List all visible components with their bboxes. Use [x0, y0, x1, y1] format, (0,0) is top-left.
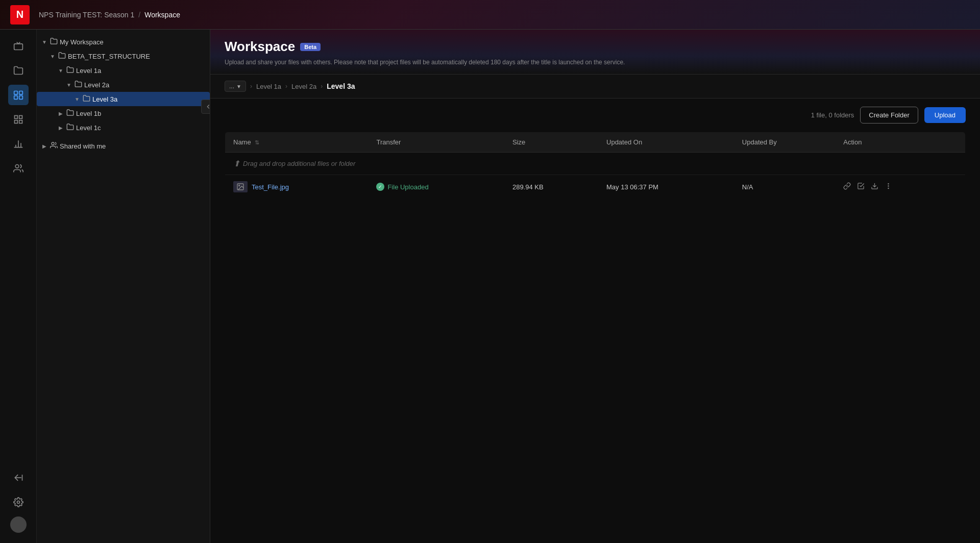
breadcrumb-ellipsis-button[interactable]: ... ▼	[225, 81, 246, 92]
create-folder-button[interactable]: Create Folder	[860, 107, 918, 124]
nav-folder-icon[interactable]	[8, 60, 29, 81]
folder-icon-level1a	[66, 66, 74, 75]
link-action-icon[interactable]	[843, 182, 851, 191]
col-header-transfer: Transfer	[368, 132, 504, 153]
table-row: Test_File.jpg ✓ File Uploaded 289.94 KB	[225, 175, 966, 199]
svg-point-15	[17, 501, 19, 504]
redirect-action-icon[interactable]	[857, 182, 865, 191]
file-thumbnail	[233, 181, 248, 192]
folder-icon-level2a	[75, 80, 82, 89]
bc-arrow-1: ›	[250, 83, 252, 90]
caret-level3a: ▼	[74, 95, 81, 103]
caret-my-workspace: ▼	[41, 38, 48, 45]
settings-icon[interactable]	[8, 492, 29, 512]
beta-badge: Beta	[300, 43, 321, 51]
page-title: Workspace	[225, 39, 295, 55]
svg-point-13	[15, 165, 19, 168]
caret-shared: ▶	[41, 142, 48, 150]
col-header-updated-by: Updated By	[734, 132, 835, 153]
tree-item-level3a[interactable]: ▼ Level 3a	[37, 92, 210, 106]
more-action-icon[interactable]	[885, 182, 892, 191]
tree-item-beta[interactable]: ▼ BETA_TEST_STRUCTURE	[37, 49, 210, 63]
tree-item-level1a[interactable]: ▼ Level 1a	[37, 63, 210, 78]
download-action-icon[interactable]	[871, 182, 878, 191]
upload-button[interactable]: Upload	[924, 107, 966, 123]
updated-by-cell: N/A	[734, 175, 835, 199]
file-count: 1 file, 0 folders	[811, 111, 854, 119]
folder-icon-beta	[58, 52, 66, 61]
nav-tv-icon[interactable]	[8, 36, 29, 56]
folder-icon-level3a	[83, 94, 90, 104]
file-table: Name ⇅ Transfer Size Updated On	[225, 132, 966, 199]
bc-level2a-label: Level 2a	[291, 83, 316, 90]
col-header-name[interactable]: Name ⇅	[225, 132, 369, 153]
drag-drop-cell[interactable]: ⬆ Drag and drop additional files or fold…	[225, 153, 966, 175]
col-size-label: Size	[512, 138, 525, 146]
tree-sidebar: ▼ My Workspace ▼ BETA_TEST_STRUCTURE ▼ L…	[37, 30, 210, 543]
svg-rect-5	[14, 116, 17, 119]
svg-rect-2	[19, 91, 22, 95]
size-cell: 289.94 KB	[504, 175, 598, 199]
breadcrumb-current: Workspace	[144, 11, 180, 19]
svg-rect-8	[19, 120, 22, 124]
caret-level1c: ▶	[57, 124, 64, 131]
toggle-sidebar-button[interactable]	[201, 100, 210, 114]
updated-on-value: May 13 06:37 PM	[606, 183, 658, 191]
bc-level2a[interactable]: Level 2a	[291, 83, 316, 90]
svg-point-17	[52, 142, 54, 145]
bc-level1a[interactable]: Level 1a	[256, 83, 281, 90]
tree-item-level1c[interactable]: ▶ Level 1c	[37, 120, 210, 135]
icon-sidebar	[0, 30, 37, 543]
transfer-cell: ✓ File Uploaded	[368, 175, 504, 199]
nav-grid-icon[interactable]	[8, 109, 29, 130]
col-header-updated-on: Updated On	[598, 132, 734, 153]
ellipsis-label: ...	[229, 83, 234, 90]
sort-icon-name: ⇅	[255, 139, 259, 145]
tree-item-my-workspace[interactable]: ▼ My Workspace	[37, 35, 210, 49]
tree-label-level1b: Level 1b	[76, 110, 101, 117]
bc-arrow-3: ›	[321, 83, 323, 90]
nav-workspace-icon[interactable]	[8, 85, 29, 105]
breadcrumb-separator: /	[138, 11, 140, 19]
action-cell	[835, 175, 965, 199]
svg-point-21	[888, 184, 889, 184]
caret-level1a: ▼	[57, 67, 64, 74]
tree-label-shared: Shared with me	[60, 142, 106, 150]
tree-label-level1a: Level 1a	[76, 67, 101, 75]
file-area: 1 file, 0 folders Create Folder Upload N…	[210, 98, 980, 543]
svg-rect-3	[14, 96, 17, 100]
folder-icon-level1c	[66, 123, 74, 132]
page-subtitle: Upload and share your files with others.…	[225, 59, 966, 66]
avatar-icon[interactable]	[10, 516, 27, 533]
col-name-label: Name	[233, 138, 251, 146]
upload-icon: ⬆	[233, 159, 240, 168]
tree-item-level2a[interactable]: ▼ Level 2a	[37, 78, 210, 92]
action-icons	[843, 182, 957, 191]
tree-item-level1b[interactable]: ▶ Level 1b	[37, 106, 210, 120]
svg-rect-0	[14, 44, 22, 50]
svg-point-22	[888, 186, 889, 186]
file-toolbar: 1 file, 0 folders Create Folder Upload	[225, 107, 966, 124]
status-icon: ✓	[376, 183, 384, 191]
drag-drop-text: Drag and drop additional files or folder	[243, 160, 355, 167]
svg-rect-6	[19, 116, 22, 119]
col-updated-by-label: Updated By	[742, 138, 777, 146]
nav-chart-icon[interactable]	[8, 134, 29, 154]
nav-collapse-icon[interactable]	[8, 467, 29, 488]
bc-level1a-label: Level 1a	[256, 83, 281, 90]
breadcrumb: NPS Training TEST: Season 1 / Workspace	[39, 11, 180, 19]
col-action-label: Action	[843, 138, 862, 146]
main-layout: ▼ My Workspace ▼ BETA_TEST_STRUCTURE ▼ L…	[0, 30, 980, 543]
tree-item-shared-with-me[interactable]: ▶ Shared with me	[37, 139, 210, 153]
file-name[interactable]: Test_File.jpg	[252, 183, 289, 191]
bc-level3a-label: Level 3a	[327, 82, 355, 90]
breadcrumb-nav: ... ▼ › Level 1a › Level 2a › Level 3a	[210, 75, 980, 98]
table-header-row: Name ⇅ Transfer Size Updated On	[225, 132, 966, 153]
nav-users-icon[interactable]	[8, 158, 29, 179]
users-icon-shared	[50, 141, 58, 151]
top-bar: N NPS Training TEST: Season 1 / Workspac…	[0, 0, 980, 30]
svg-point-23	[888, 188, 889, 188]
svg-rect-1	[14, 91, 17, 95]
breadcrumb-parent[interactable]: NPS Training TEST: Season 1	[39, 11, 134, 19]
tree-label-beta: BETA_TEST_STRUCTURE	[68, 53, 150, 60]
